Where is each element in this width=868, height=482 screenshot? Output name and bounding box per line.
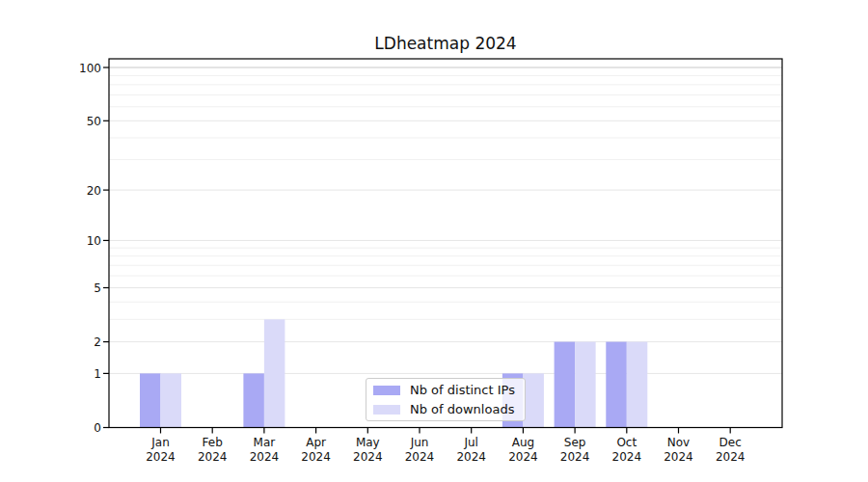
x-tick-label-aug: Aug2024 <box>508 436 538 464</box>
x-tick-label-nov: Nov2024 <box>664 436 693 464</box>
bar-downloads-jan <box>161 373 182 427</box>
x-tick-label-may: May2024 <box>353 436 383 464</box>
y-tick-label-100: 100 <box>79 62 101 75</box>
legend-label-distinct-ips: Nb of distinct IPs <box>410 383 515 397</box>
bar-distinct-ips-oct <box>606 342 627 428</box>
legend-swatch-distinct-ips <box>373 386 400 395</box>
bar-distinct-ips-jan <box>140 373 161 427</box>
bar-distinct-ips-sep <box>555 342 576 428</box>
x-tick-label-jun: Jun2024 <box>405 436 435 464</box>
x-tick-label-feb: Feb2024 <box>198 436 228 464</box>
bar-distinct-ips-mar <box>243 373 264 427</box>
y-tick-label-5: 5 <box>94 281 101 295</box>
legend-item-downloads: Nb of downloads <box>373 402 525 416</box>
legend-swatch-downloads <box>373 405 400 415</box>
bar-downloads-mar <box>264 319 285 427</box>
bar-downloads-sep <box>575 342 596 428</box>
y-tick-label-2: 2 <box>94 335 101 349</box>
plot-spines <box>109 59 782 428</box>
bar-downloads-aug <box>523 373 544 427</box>
bar-downloads-oct <box>627 342 648 428</box>
y-tick-label-0: 0 <box>94 421 101 435</box>
chart-figure: LDheatmap 2024 0125102050100Jan2024Feb20… <box>0 0 868 482</box>
y-tick-label-50: 50 <box>87 115 101 128</box>
x-tick-label-jan: Jan2024 <box>146 436 176 464</box>
y-tick-label-20: 20 <box>87 184 101 198</box>
y-tick-label-10: 10 <box>87 234 101 248</box>
x-tick-label-sep: Sep2024 <box>560 436 590 464</box>
legend: Nb of distinct IPs Nb of downloads <box>366 378 526 421</box>
x-tick-label-jul: Jul2024 <box>456 436 486 464</box>
gridlines <box>109 67 782 373</box>
legend-item-distinct-ips: Nb of distinct IPs <box>373 383 525 397</box>
y-tick-label-1: 1 <box>94 367 101 381</box>
x-tick-label-oct: Oct2024 <box>612 436 642 464</box>
x-tick-label-dec: Dec2024 <box>716 436 746 464</box>
x-tick-label-apr: Apr2024 <box>301 436 331 464</box>
x-tick-label-mar: Mar2024 <box>250 436 280 464</box>
legend-label-downloads: Nb of downloads <box>410 402 514 416</box>
